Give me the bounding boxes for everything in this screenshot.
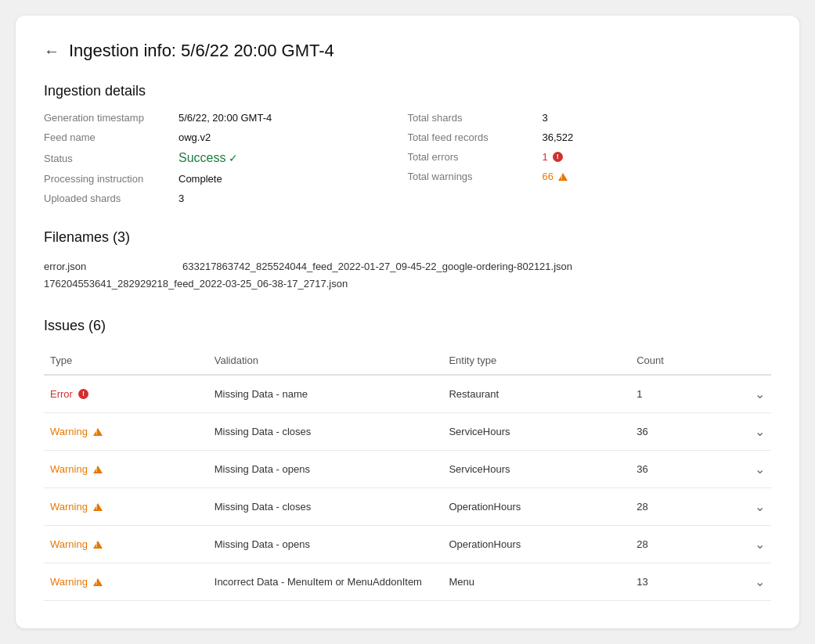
row-warning-icon — [93, 428, 103, 436]
feed-name-label: Feed name — [44, 131, 169, 143]
total-warnings-label: Total warnings — [408, 171, 533, 182]
table-row: Warning Missing Data - closesServiceHour… — [44, 413, 771, 451]
filename-list: error.json 633217863742_825524044_feed_2… — [44, 258, 771, 293]
total-feed-records-value: 36,522 — [543, 131, 574, 143]
validation-cell: Missing Data - name — [208, 375, 443, 413]
entity-type-cell: ServiceHours — [442, 451, 630, 488]
type-warning-cell: Warning — [50, 501, 202, 513]
status-value: Success ✓ — [179, 151, 238, 165]
entity-type-cell: ServiceHours — [442, 413, 630, 451]
table-row: Error ! Missing Data - nameRestaurant1⌄ — [44, 375, 771, 413]
type-warning-cell: Warning — [50, 576, 202, 588]
details-grid: Generation timestamp 5/6/22, 20:00 GMT-4… — [44, 112, 771, 204]
count-cell: 13 — [630, 563, 724, 601]
row-type-label: Warning — [50, 576, 88, 588]
row-type-label: Warning — [50, 501, 88, 513]
row-warning-icon — [93, 503, 103, 511]
entity-type-cell: OperationHours — [442, 526, 630, 563]
ingestion-details-section: Ingestion details Generation timestamp 5… — [44, 83, 771, 204]
generation-timestamp-label: Generation timestamp — [44, 112, 169, 124]
main-card: ← Ingestion info: 5/6/22 20:00 GMT-4 Ing… — [16, 16, 799, 628]
issues-table-header: Type Validation Entity type Count — [44, 347, 771, 375]
issues-table: Type Validation Entity type Count Error … — [44, 347, 771, 601]
row-warning-icon — [93, 466, 103, 473]
filenames-section: Filenames (3) error.json 633217863742_82… — [44, 229, 771, 293]
total-errors-label: Total errors — [408, 151, 533, 163]
row-warning-icon — [93, 541, 103, 549]
col-header-type: Type — [44, 347, 208, 375]
validation-cell: Missing Data - opens — [208, 451, 443, 488]
filenames-title: Filenames (3) — [44, 229, 771, 246]
total-shards-value: 3 — [543, 112, 548, 124]
type-warning-cell: Warning — [50, 463, 202, 475]
validation-cell: Incorrect Data - MenuItem or MenuAddonIt… — [208, 563, 443, 601]
status-label: Status — [44, 153, 169, 164]
details-right-col: Total shards 3 Total feed records 36,522… — [408, 112, 772, 204]
row-type-label: Warning — [50, 538, 88, 550]
back-button[interactable]: ← — [44, 42, 60, 60]
row-warning-icon — [93, 578, 103, 586]
count-cell: 1 — [630, 375, 724, 413]
count-cell: 36 — [630, 413, 724, 451]
entity-type-cell: OperationHours — [442, 488, 630, 526]
expand-row-button[interactable]: ⌄ — [755, 574, 765, 589]
total-feed-records-label: Total feed records — [408, 131, 533, 143]
col-header-count: Count — [630, 347, 724, 375]
generation-timestamp-value: 5/6/22, 20:00 GMT-4 — [179, 112, 272, 124]
expand-row-button[interactable]: ⌄ — [755, 462, 765, 477]
table-row: Warning Missing Data - closesOperationHo… — [44, 488, 771, 526]
type-warning-cell: Warning — [50, 538, 202, 550]
total-shards-row: Total shards 3 — [408, 112, 772, 124]
expand-row-button[interactable]: ⌄ — [755, 387, 765, 401]
uploaded-shards-row: Uploaded shards 3 — [44, 192, 408, 204]
processing-instruction-label: Processing instruction — [44, 173, 169, 185]
total-feed-records-row: Total feed records 36,522 — [408, 131, 772, 143]
row-type-label: Warning — [50, 463, 88, 475]
entity-type-cell: Restaurant — [442, 375, 630, 413]
total-warnings-value: 66 — [543, 171, 554, 182]
ingestion-details-title: Ingestion details — [44, 83, 771, 99]
total-errors-row: Total errors 1 ! — [408, 151, 772, 163]
table-row: Warning Missing Data - opensOperationHou… — [44, 526, 771, 563]
validation-cell: Missing Data - closes — [208, 488, 443, 526]
entity-type-cell: Menu — [442, 563, 630, 601]
row-error-icon: ! — [78, 389, 88, 399]
total-warnings-row: Total warnings 66 — [408, 171, 772, 182]
filename-2: 176204553641_282929218_feed_2022-03-25_0… — [44, 275, 771, 293]
uploaded-shards-value: 3 — [179, 192, 184, 204]
issues-section: Issues (6) Type Validation Entity type C… — [44, 318, 771, 601]
page-header: ← Ingestion info: 5/6/22 20:00 GMT-4 — [44, 41, 771, 61]
validation-cell: Missing Data - closes — [208, 413, 443, 451]
expand-row-button[interactable]: ⌄ — [755, 499, 765, 514]
table-row: Warning Incorrect Data - MenuItem or Men… — [44, 563, 771, 601]
generation-timestamp-row: Generation timestamp 5/6/22, 20:00 GMT-4 — [44, 112, 408, 124]
col-header-action — [724, 347, 771, 375]
count-cell: 36 — [630, 451, 724, 488]
filename-1: error.json 633217863742_825524044_feed_2… — [44, 258, 771, 275]
processing-instruction-row: Processing instruction Complete — [44, 173, 408, 185]
status-row: Status Success ✓ — [44, 151, 408, 165]
table-row: Warning Missing Data - opensServiceHours… — [44, 451, 771, 488]
total-shards-label: Total shards — [408, 112, 533, 124]
count-cell: 28 — [630, 488, 724, 526]
col-header-entity-type: Entity type — [442, 347, 630, 375]
page-title: Ingestion info: 5/6/22 20:00 GMT-4 — [69, 41, 334, 61]
issues-title: Issues (6) — [44, 318, 771, 334]
col-header-validation: Validation — [208, 347, 443, 375]
total-errors-badge: 1 ! — [543, 151, 563, 163]
validation-cell: Missing Data - opens — [208, 526, 443, 563]
row-type-label: Error — [50, 388, 73, 400]
warning-icon — [558, 173, 568, 181]
processing-instruction-value: Complete — [179, 173, 222, 185]
type-error-cell: Error ! — [50, 388, 202, 400]
total-warnings-badge: 66 — [543, 171, 568, 182]
feed-name-row: Feed name owg.v2 — [44, 131, 408, 143]
feed-name-value: owg.v2 — [179, 131, 211, 143]
expand-row-button[interactable]: ⌄ — [755, 537, 765, 552]
type-warning-cell: Warning — [50, 426, 202, 437]
error-icon: ! — [553, 152, 563, 162]
details-left-col: Generation timestamp 5/6/22, 20:00 GMT-4… — [44, 112, 408, 204]
count-cell: 28 — [630, 526, 724, 563]
row-type-label: Warning — [50, 426, 88, 437]
expand-row-button[interactable]: ⌄ — [755, 424, 765, 439]
